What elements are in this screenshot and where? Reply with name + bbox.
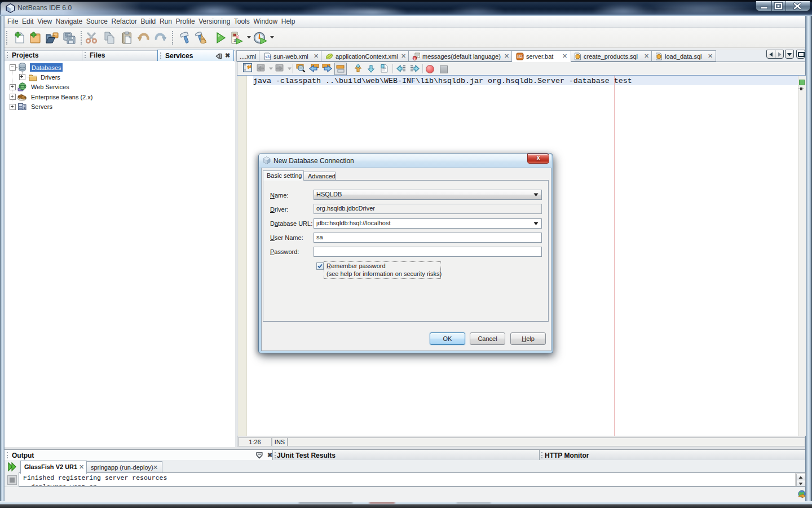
svg-text:BAT: BAT: [518, 55, 524, 58]
svg-text:</>: </>: [265, 54, 271, 59]
svg-text:a: a: [413, 56, 416, 60]
